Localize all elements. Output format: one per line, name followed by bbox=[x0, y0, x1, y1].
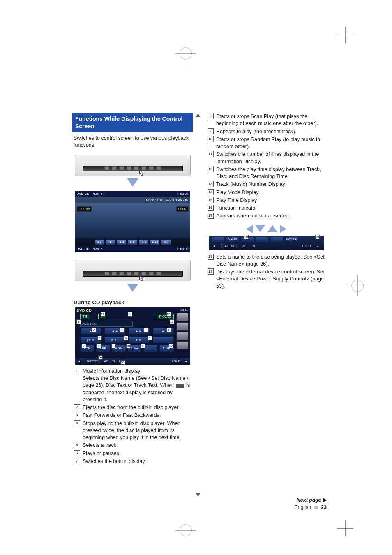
badge-13: 13 bbox=[101, 312, 105, 317]
loud-indicator: LOUD bbox=[172, 359, 180, 363]
badge-5: 5 bbox=[97, 336, 102, 340]
arrow-down-icon bbox=[127, 284, 138, 292]
dvd-btn-prev[interactable]: |◄◄ bbox=[139, 239, 149, 245]
cd-subheading: During CD playback bbox=[74, 299, 193, 305]
list-item: 7Switches the button display. bbox=[74, 458, 193, 465]
track-box: T 5 bbox=[80, 314, 90, 319]
side-btn-3[interactable] bbox=[176, 332, 189, 340]
next-button[interactable]: ►►| bbox=[104, 336, 125, 343]
dtext-indicator: D-TEXT bbox=[85, 359, 100, 363]
eject-button[interactable]: ▲ bbox=[80, 328, 101, 335]
dvd-btn-ff[interactable]: ►► bbox=[128, 239, 138, 245]
badge-5b: 5 bbox=[148, 336, 152, 340]
next-page-label: Next page ▶ bbox=[72, 497, 327, 503]
list-item: 14Play Mode Display bbox=[207, 189, 327, 196]
list-item: 18Sets a name to the disc being played. … bbox=[207, 254, 327, 268]
dvd-time-b: P 00:00 bbox=[177, 247, 188, 251]
disctext-field[interactable]: DISC TEXT bbox=[80, 321, 133, 327]
page-footer: Next page ▶ English 23 bbox=[72, 497, 327, 510]
triangle-right-icon bbox=[280, 225, 286, 233]
badge-10: 10 bbox=[126, 344, 131, 348]
side-btn-1[interactable] bbox=[176, 313, 189, 321]
badge-2: 2 bbox=[92, 328, 96, 332]
loud-indicator: LOUD bbox=[302, 244, 311, 248]
dtext-indicator: D-TEXT bbox=[221, 244, 237, 248]
badge-14: 14 bbox=[128, 312, 132, 317]
dvd-btn-next[interactable]: ►►| bbox=[150, 239, 160, 245]
af-indicator: AF bbox=[104, 359, 108, 363]
right-column: 8Starts or stops Scan Play (that plays t… bbox=[205, 113, 327, 466]
dvd-control-screenshot: DVD CD Track 5 P 00:00 Mode : Full AV-OU… bbox=[75, 191, 190, 252]
badge-1: 1 bbox=[76, 319, 81, 324]
right-callout-list-top: 8Starts or stops Scan Play (that plays t… bbox=[207, 113, 327, 220]
list-item: 1 Music information displaySelects the D… bbox=[74, 368, 193, 403]
fwd-button[interactable]: ►► bbox=[129, 336, 150, 343]
right-callout-list-bottom: 18Sets a name to the disc being played. … bbox=[207, 254, 327, 290]
badge-16: 16 bbox=[98, 355, 103, 360]
badge-18: 18 bbox=[244, 235, 249, 239]
badge-6: 6 bbox=[124, 336, 128, 340]
badge-3b: 3 bbox=[143, 328, 148, 332]
triangle-left-icon bbox=[246, 225, 253, 233]
list-item: 6Plays or pauses. bbox=[74, 450, 193, 457]
page-left-icon[interactable]: ◄ bbox=[78, 359, 81, 363]
list-item: 19Displays the external device control s… bbox=[207, 268, 327, 290]
strip-btn-1[interactable] bbox=[211, 237, 224, 243]
nav-arrows-row bbox=[205, 225, 327, 233]
tap-pointer-icon bbox=[137, 275, 145, 282]
page-right-icon[interactable]: ▲ bbox=[316, 244, 319, 248]
ti-indicator: TI bbox=[252, 244, 255, 248]
list-item: 15Play Time Display bbox=[207, 197, 327, 204]
side-btn-4[interactable] bbox=[176, 341, 189, 349]
ti-indicator: TI bbox=[112, 359, 115, 363]
list-item: 12Switches the play time display between… bbox=[207, 166, 327, 180]
badge-9: 9 bbox=[111, 344, 116, 348]
blank-button[interactable] bbox=[153, 336, 174, 343]
dvd-time: P 00:00 bbox=[177, 192, 188, 196]
strip-btn-4[interactable] bbox=[256, 237, 269, 243]
dvd-avout: AV-OUT:AV - IN bbox=[166, 198, 189, 202]
left-callout-list: 1 Music information displaySelects the D… bbox=[74, 368, 193, 465]
blank2-button[interactable] bbox=[143, 345, 158, 352]
page-left-icon[interactable]: ◄ bbox=[213, 244, 216, 248]
list-item: 2Ejects the disc from the built-in disc … bbox=[74, 404, 193, 411]
top-bar-screenshot-2 bbox=[75, 260, 191, 281]
playtime-box: P 00:05 bbox=[157, 314, 173, 319]
triangle-down-icon bbox=[255, 225, 265, 232]
scroll-icon bbox=[176, 384, 184, 388]
badge-15: 15 bbox=[166, 312, 171, 317]
list-item: 8Starts or stops Scan Play (that plays t… bbox=[207, 113, 327, 127]
af-indicator: AF bbox=[242, 244, 247, 248]
strip-btn-5[interactable] bbox=[270, 237, 284, 243]
section-intro: Switches to control screen to use variou… bbox=[72, 132, 193, 153]
scrn-button[interactable]: SCRN bbox=[176, 206, 189, 212]
dvd-btn-stop[interactable]: ■ bbox=[106, 239, 115, 245]
name-button[interactable]: NAME bbox=[226, 237, 239, 243]
arrow-down-icon bbox=[127, 178, 138, 187]
side-btn-2[interactable] bbox=[176, 322, 189, 331]
list-item: 10Starts or stops Random Play (to play m… bbox=[207, 136, 327, 150]
badge-19: 19 bbox=[315, 235, 320, 239]
cd-title: DVD CD bbox=[77, 308, 92, 312]
extsw-button[interactable]: EXT SW bbox=[285, 237, 298, 243]
tap-pointer-icon bbox=[137, 170, 145, 177]
page-right-icon[interactable]: ▲ bbox=[184, 359, 187, 363]
list-item: 11Switches the number of lines displayed… bbox=[207, 151, 327, 165]
badge-3: 3 bbox=[120, 328, 124, 332]
dvd-btn-rew[interactable]: ◄◄ bbox=[117, 239, 127, 245]
badge-8: 8 bbox=[97, 344, 101, 348]
footer-lang: English bbox=[294, 504, 311, 510]
list-item: 5Selects a track. bbox=[74, 442, 193, 449]
dvd-mode: Mode : Full bbox=[146, 198, 162, 202]
dvd-source: DVD CD bbox=[77, 192, 90, 196]
dvd-btn-slow[interactable]: ►| bbox=[161, 239, 171, 245]
dvd-btn-play[interactable]: ►|| bbox=[95, 239, 104, 245]
bottom-control-strip: NAME EXT SW 18 19 ◄ D-TEXT AF TI LOUD ▲ bbox=[209, 236, 324, 250]
list-item: 3Fast Forwards or Fast Backwards. bbox=[74, 412, 193, 419]
badge-4: 4 bbox=[166, 328, 171, 332]
footer-page: 23 bbox=[321, 504, 327, 510]
cd-clock: 10:10 bbox=[180, 308, 188, 312]
top-bar-screenshot-1 bbox=[75, 155, 191, 176]
dvd-track-num: 5 bbox=[101, 192, 102, 196]
extsw-button[interactable]: EXT SW bbox=[77, 206, 92, 212]
